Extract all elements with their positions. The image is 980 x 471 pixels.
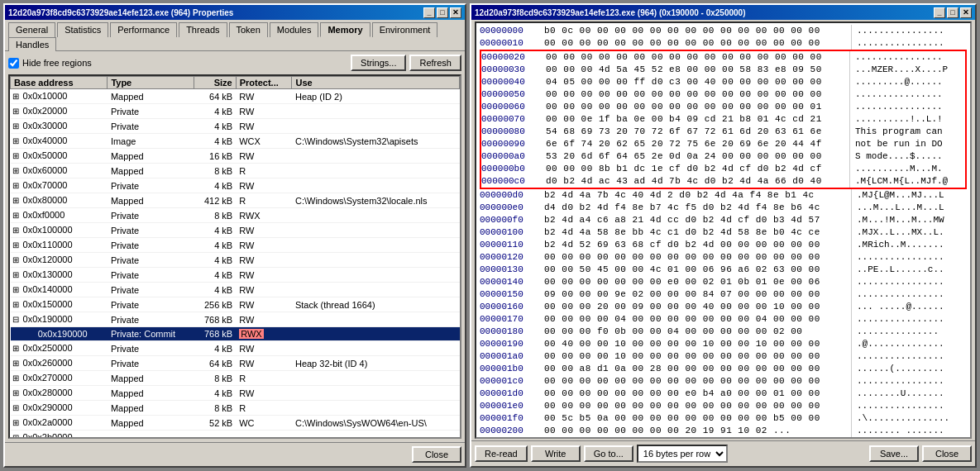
tab-performance[interactable]: Performance bbox=[110, 22, 177, 37]
hex-line[interactable]: 000001a000 00 00 00 10 00 00 00 00 00 00… bbox=[480, 350, 967, 363]
table-row[interactable]: ⊞ 0x0x2b0000 bbox=[11, 431, 460, 440]
expand-btn[interactable]: ⊞ bbox=[12, 403, 19, 412]
expand-btn[interactable]: ⊞ bbox=[12, 433, 19, 439]
table-row[interactable]: ⊞ 0x0x140000Private4 kBRW bbox=[11, 283, 460, 297]
table-row[interactable]: ⊞ 0x0x150000Private256 kBRWStack (thread… bbox=[11, 297, 460, 312]
tab-modules[interactable]: Modules bbox=[270, 22, 319, 37]
hex-line[interactable]: 0000016000 00 00 20 00 09 00 00 00 40 00… bbox=[480, 301, 967, 313]
right-maximize-button[interactable]: □ bbox=[947, 7, 958, 18]
expand-btn[interactable]: ⊞ bbox=[12, 373, 19, 383]
save-button[interactable]: Save... bbox=[869, 445, 919, 462]
hex-line[interactable]: 0000006000 00 00 00 00 00 00 00 00 00 00… bbox=[481, 101, 965, 113]
expand-btn[interactable]: ⊞ bbox=[12, 285, 19, 294]
right-minimize-button[interactable]: _ bbox=[934, 7, 945, 18]
hex-line[interactable]: 0000019000 40 00 00 10 00 00 00 00 10 00… bbox=[480, 338, 967, 350]
tab-general[interactable]: General bbox=[8, 22, 55, 37]
expand-btn[interactable]: ⊞ bbox=[12, 418, 19, 427]
tab-token[interactable]: Token bbox=[229, 22, 268, 37]
expand-btn[interactable]: ⊞ bbox=[12, 240, 19, 250]
hex-line[interactable]: 000000a053 20 6d 6f 64 65 2e 0d 0a 24 00… bbox=[481, 150, 965, 163]
hex-line[interactable]: 0000007000 00 0e 1f ba 0e 00 b4 09 cd 21… bbox=[481, 113, 965, 126]
expand-btn[interactable]: ⊞ bbox=[12, 136, 19, 145]
hex-line[interactable]: 000001b000 00 a8 d1 0a 00 28 00 00 00 00… bbox=[480, 363, 967, 375]
strings-button[interactable]: Strings... bbox=[351, 55, 406, 71]
tab-environment[interactable]: Environment bbox=[372, 22, 438, 37]
table-row[interactable]: ⊞ 0x0x250000Private4 kBRW bbox=[11, 341, 460, 356]
table-row[interactable]: ⊞ 0x0x290000Mapped8 kBR bbox=[11, 401, 460, 416]
tab-memory[interactable]: Memory bbox=[320, 22, 370, 37]
hex-line[interactable]: 0000018000 00 00 f0 0b 00 00 04 00 00 00… bbox=[480, 326, 967, 338]
expand-btn[interactable]: ⊞ bbox=[12, 255, 19, 264]
right-close-button[interactable]: ✕ bbox=[960, 7, 972, 18]
hex-line[interactable]: 000000b000 00 00 8b b1 dc 1e cf d0 b2 4d… bbox=[481, 163, 965, 175]
hex-line[interactable]: 000000c0d0 b2 4d ac 43 ad 4d 7b 4c d0 b2… bbox=[481, 175, 965, 188]
table-row[interactable]: ⊞ 0x0x120000Private4 kBRW bbox=[11, 253, 460, 268]
table-row[interactable]: ⊞ 0x0x60000Mapped8 kBR bbox=[11, 164, 460, 178]
table-row[interactable]: ⊞ 0x0x70000Private4 kBRW bbox=[11, 178, 460, 193]
table-row[interactable]: ⊞ 0x0x280000Mapped4 kBRW bbox=[11, 386, 460, 401]
bytes-per-row-select[interactable]: 16 bytes per row8 bytes per row32 bytes … bbox=[637, 445, 728, 463]
table-row[interactable]: ⊞ 0x0x50000Mapped16 kBRW bbox=[11, 149, 460, 164]
expand-btn[interactable]: ⊞ bbox=[12, 107, 19, 116]
hex-content[interactable]: 00000000b0 0c 00 00 00 00 00 00 00 00 00… bbox=[475, 21, 972, 439]
hex-line[interactable]: 000001e000 00 00 00 00 00 00 00 00 00 00… bbox=[480, 400, 967, 412]
hex-line[interactable]: 0000014000 00 00 00 00 00 00 e0 00 02 01… bbox=[480, 276, 967, 288]
table-row[interactable]: ⊞ 0x0x100000Private4 kBRW bbox=[11, 223, 460, 238]
expand-btn[interactable]: ⊞ bbox=[12, 196, 19, 205]
expand-btn[interactable]: ⊞ bbox=[12, 388, 19, 397]
hex-line[interactable]: 0000002000 00 00 00 00 00 00 00 00 00 00… bbox=[481, 51, 965, 64]
memory-table-container[interactable]: Base address Type Size Protect... Use ⊞ … bbox=[8, 74, 461, 439]
hex-line[interactable]: 0000015009 00 00 00 9e 02 00 00 00 84 07… bbox=[480, 288, 967, 301]
refresh-button[interactable]: Refresh bbox=[409, 55, 461, 71]
table-row[interactable]: ⊞ 0x0x260000Private64 kBRWHeap 32-bit (I… bbox=[11, 356, 460, 371]
hex-line[interactable]: 0000003000 00 00 4d 5a 45 52 e8 00 00 00… bbox=[481, 64, 965, 76]
hex-line[interactable]: 00000100b2 4d 4a 58 8e bb 4c c1 d0 b2 4d… bbox=[480, 226, 967, 239]
table-row[interactable]: ⊞ 0x0x10000Mapped64 kBRWHeap (ID 2) bbox=[11, 89, 460, 104]
hex-line[interactable]: 0000004004 05 00 00 00 ff d0 c3 00 40 00… bbox=[481, 76, 965, 88]
expand-btn[interactable]: ⊞ bbox=[12, 344, 19, 353]
hex-line[interactable]: 0000013000 00 50 45 00 00 4c 01 00 06 96… bbox=[480, 264, 967, 276]
hex-line[interactable]: 0000012000 00 00 00 00 00 00 00 00 00 00… bbox=[480, 251, 967, 264]
table-row[interactable]: ⊞ 0x0x130000Private4 kBRW bbox=[11, 268, 460, 283]
hex-line[interactable]: 000000d0b2 4d 4a 7b 4c 40 4d 2 d0 b2 4d … bbox=[480, 189, 967, 202]
hide-free-regions-label[interactable]: Hide free regions bbox=[8, 58, 92, 69]
table-row[interactable]: ⊞ 0x0xf0000Private8 kBRWX bbox=[11, 208, 460, 223]
expand-btn[interactable]: ⊞ bbox=[12, 226, 19, 235]
hex-line[interactable]: 0000020000 00 00 00 00 00 00 00 20 19 91… bbox=[480, 425, 967, 437]
left-close-button[interactable]: Close bbox=[412, 446, 461, 463]
expand-btn[interactable]: ⊞ bbox=[12, 166, 19, 175]
table-row[interactable]: ⊞ 0x0x270000Mapped8 kBR bbox=[11, 371, 460, 386]
right-bottom-close-button[interactable]: Close bbox=[922, 445, 972, 462]
table-row[interactable]: ⊞ 0x0x40000Image4 kBWCXC:\Windows\System… bbox=[11, 134, 460, 149]
hex-line[interactable]: 000000e0d4 d0 b2 4d f4 8e b7 4c f5 d0 b2… bbox=[480, 202, 967, 214]
expand-btn[interactable]: ⊟ bbox=[12, 315, 19, 324]
expand-btn[interactable]: ⊞ bbox=[12, 359, 19, 368]
hex-line[interactable]: 0000005000 00 00 00 00 00 00 00 00 00 00… bbox=[481, 88, 965, 101]
hex-line[interactable]: 000000f0b2 4d a4 c6 a8 21 4d cc d0 b2 4d… bbox=[480, 214, 967, 226]
expand-btn[interactable]: ⊞ bbox=[12, 181, 19, 190]
hex-line[interactable]: 0000001000 00 00 00 00 00 00 00 00 00 00… bbox=[480, 37, 967, 50]
maximize-button[interactable]: □ bbox=[437, 7, 448, 18]
expand-btn[interactable]: ⊞ bbox=[12, 121, 19, 131]
table-row[interactable]: ⊟ 0x0x190000Private768 kBRW bbox=[11, 312, 460, 327]
hex-line[interactable]: 00000110b2 4d 52 69 63 68 cf d0 b2 4d 00… bbox=[480, 239, 967, 251]
tab-handles[interactable]: Handles bbox=[8, 37, 56, 51]
expand-btn[interactable]: ⊞ bbox=[12, 151, 19, 160]
expand-btn[interactable]: ⊞ bbox=[12, 270, 19, 279]
hex-line[interactable]: 0000008054 68 69 73 20 70 72 6f 67 72 61… bbox=[481, 126, 965, 138]
table-row[interactable]: ⊞ 0x0x2a0000Mapped52 kBWCC:\Windows\SysW… bbox=[11, 416, 460, 431]
hex-line[interactable]: 000001c000 00 00 00 00 00 00 00 00 00 00… bbox=[480, 375, 967, 388]
write-button[interactable]: Write bbox=[531, 445, 581, 462]
hex-line[interactable]: 0000017000 00 00 00 04 00 00 00 00 00 00… bbox=[480, 313, 967, 326]
hex-line[interactable]: 00000000b0 0c 00 00 00 00 00 00 00 00 00… bbox=[480, 25, 967, 37]
hex-line[interactable]: 000000906e 6f 74 20 62 65 20 72 75 6e 20… bbox=[481, 138, 965, 150]
tab-threads[interactable]: Threads bbox=[179, 22, 227, 37]
expand-btn[interactable]: ⊞ bbox=[12, 300, 19, 309]
reread-button[interactable]: Re-read bbox=[475, 445, 528, 462]
expand-btn[interactable]: ⊞ bbox=[12, 92, 19, 101]
minimize-button[interactable]: _ bbox=[423, 7, 435, 18]
table-row[interactable]: ⊞ 0x0x20000Private4 kBRW bbox=[11, 104, 460, 119]
table-row[interactable]: ⊞ 0x0x110000Private4 kBRW bbox=[11, 238, 460, 253]
table-row[interactable]: 0x0x190000Private: Commit768 kBRWX bbox=[11, 327, 460, 341]
table-row[interactable]: ⊞ 0x0x80000Mapped412 kBRC:\Windows\Syste… bbox=[11, 193, 460, 208]
